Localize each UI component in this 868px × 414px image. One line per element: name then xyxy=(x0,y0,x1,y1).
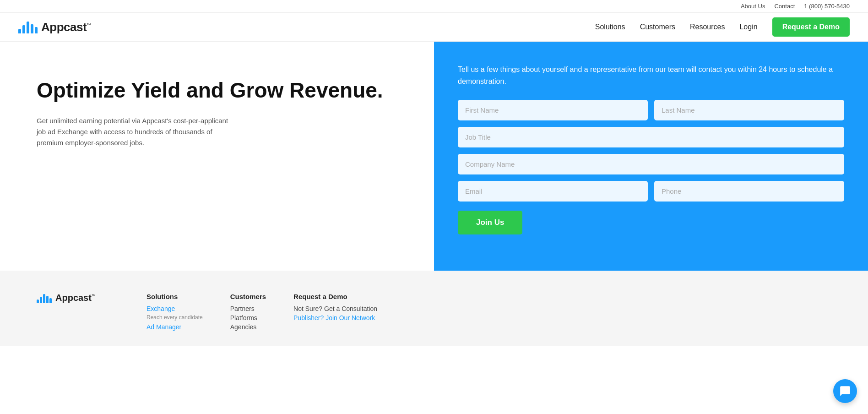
phone-input[interactable] xyxy=(654,181,844,202)
hero-left: Optimize Yield and Grow Revenue. Get unl… xyxy=(0,42,434,271)
footer-platforms-text: Platforms xyxy=(230,314,266,321)
footer-solutions-col: Solutions Exchange Reach every candidate… xyxy=(146,293,203,332)
footer-logo[interactable]: Appcast™ xyxy=(37,293,119,303)
nav-login[interactable]: Login xyxy=(739,23,757,31)
footer-request-heading: Request a Demo xyxy=(293,293,377,300)
company-name-input[interactable] xyxy=(458,154,844,174)
footer-consultation-text: Not Sure? Get a Consultation xyxy=(293,305,377,312)
nav-resources[interactable]: Resources xyxy=(690,23,725,31)
hero-description: Get unlimited earning potential via Appc… xyxy=(37,115,229,148)
footer-request-col: Request a Demo Not Sure? Get a Consultat… xyxy=(293,293,377,332)
phone-number: 1 (800) 570-5430 xyxy=(804,3,850,10)
join-us-button[interactable]: Join Us xyxy=(458,211,522,234)
contact-row xyxy=(458,181,844,202)
footer: Appcast™ Solutions Exchange Reach every … xyxy=(0,271,868,346)
top-bar: About Us Contact 1 (800) 570-5430 xyxy=(0,0,868,13)
request-demo-button[interactable]: Request a Demo xyxy=(772,17,850,37)
demo-form: Join Us xyxy=(458,100,844,234)
about-link[interactable]: About Us xyxy=(741,3,765,10)
footer-inner: Appcast™ Solutions Exchange Reach every … xyxy=(37,293,831,332)
footer-solutions-heading: Solutions xyxy=(146,293,203,300)
hero-title: Optimize Yield and Grow Revenue. xyxy=(37,78,407,103)
job-title-input[interactable] xyxy=(458,127,844,147)
form-intro-text: Tell us a few things about yourself and … xyxy=(458,64,844,87)
footer-customers-heading: Customers xyxy=(230,293,266,300)
name-row xyxy=(458,100,844,120)
logo-text: Appcast™ xyxy=(41,20,91,34)
footer-partners-text: Partners xyxy=(230,305,266,312)
footer-agencies-text: Agencies xyxy=(230,323,266,331)
main-nav: Solutions Customers Resources Login Requ… xyxy=(595,17,850,37)
last-name-input[interactable] xyxy=(654,100,844,120)
footer-customers-col: Customers Partners Platforms Agencies xyxy=(230,293,266,332)
hero-section: Optimize Yield and Grow Revenue. Get unl… xyxy=(0,42,868,271)
email-input[interactable] xyxy=(458,181,648,202)
contact-link[interactable]: Contact xyxy=(774,3,795,10)
nav-customers[interactable]: Customers xyxy=(640,23,675,31)
footer-exchange-sub: Reach every candidate xyxy=(146,314,203,321)
hero-right: Tell us a few things about yourself and … xyxy=(434,42,868,271)
logo[interactable]: Appcast™ xyxy=(18,20,91,34)
footer-logo-text: Appcast™ xyxy=(55,293,96,303)
footer-logo-icon xyxy=(37,293,52,303)
footer-admanager-link[interactable]: Ad Manager xyxy=(146,323,203,331)
footer-publisher-link[interactable]: Publisher? Join Our Network xyxy=(293,314,377,321)
first-name-input[interactable] xyxy=(458,100,648,120)
nav-solutions[interactable]: Solutions xyxy=(595,23,625,31)
footer-exchange-link[interactable]: Exchange xyxy=(146,305,203,312)
footer-logo-area: Appcast™ xyxy=(37,293,119,332)
logo-icon xyxy=(18,21,38,33)
header: Appcast™ Solutions Customers Resources L… xyxy=(0,13,868,42)
